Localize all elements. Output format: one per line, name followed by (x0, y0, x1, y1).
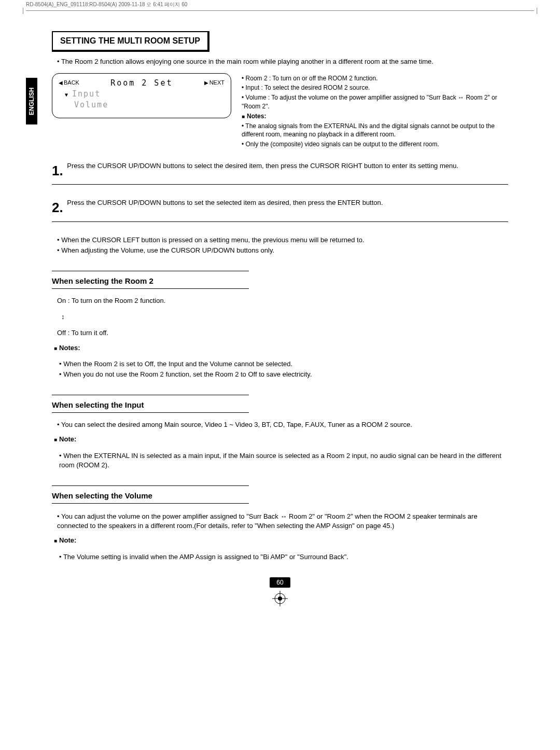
bullet-volume: • Volume : To adjust the volume on the p… (242, 93, 508, 111)
intro-text: • The Room 2 function allows enjoying on… (57, 57, 508, 66)
sub-divider-bottom (52, 412, 249, 413)
sub-divider-bottom (52, 288, 249, 289)
page-number: 60 (270, 577, 290, 588)
input-note-1: • When the EXTERNAL IN is selected as a … (59, 451, 508, 470)
updown-arrow-icon: ↕ (52, 312, 508, 322)
input-body: • You can select the desired among Main … (57, 420, 508, 429)
language-tab: ENGLISH (26, 78, 37, 124)
subheading-input: When selecting the Input (52, 399, 508, 410)
post-bullet-1: • When the CURSOR LEFT button is pressed… (57, 235, 508, 245)
divider (52, 184, 508, 185)
note-heading: Note: (54, 536, 508, 545)
sub-divider-bottom (52, 503, 249, 504)
step-2: 2. Press the CURSOR UP/DOWN buttons to s… (52, 198, 508, 217)
registration-mark-icon (272, 591, 288, 606)
step-number-2: 2. (52, 198, 63, 217)
step-text-2: Press the CURSOR UP/DOWN buttons to set … (67, 199, 383, 206)
display-title: Room 2 Set (110, 78, 173, 89)
note-heading: Note: (54, 435, 508, 444)
post-bullet-2: • When adjusting the Volume, use the CUR… (57, 246, 508, 255)
volume-body: • You can adjust the volume on the power… (57, 512, 508, 531)
note-2: • Only the (composite) video signals can… (242, 140, 508, 149)
display-line-volume: Volume (59, 100, 225, 110)
divider (52, 221, 508, 222)
sub-divider-top (52, 395, 249, 395)
lcd-display-panel: BACK Room 2 Set NEXT Input Volume (52, 73, 231, 118)
subheading-room2: When selecting the Room 2 (52, 275, 508, 286)
volume-note-1: • The Volume setting is invalid when the… (59, 552, 508, 562)
subheading-volume: When selecting the Volume (52, 490, 508, 501)
section-title: SETTING THE MULTI ROOM SETUP (52, 31, 209, 52)
room2-on: On : To turn on the Room 2 function. (57, 296, 508, 305)
step-number-1: 1. (52, 161, 63, 180)
sub-divider-top (52, 485, 249, 486)
step-text-1: Press the CURSOR UP/DOWN buttons to sele… (67, 162, 458, 170)
bullet-input: • Input : To select the desired ROOM 2 s… (242, 84, 508, 92)
crop-marks-top (26, 10, 534, 11)
room2-off: Off : To turn it off. (57, 328, 508, 338)
feature-description: • Room 2 : To turn on or off the ROOM 2 … (242, 73, 508, 150)
display-line-input: Input (59, 89, 225, 100)
note-1: • The analog signals from the EXTERNAL I… (242, 122, 508, 140)
bullet-room2: • Room 2 : To turn on or off the ROOM 2 … (242, 74, 508, 83)
step-1: 1. Press the CURSOR UP/DOWN buttons to s… (52, 161, 508, 180)
doc-header: RD-8504(A)_ENG_091118:RD-8504(A) 2009-11… (26, 1, 187, 8)
notes-heading: Notes: (242, 112, 508, 121)
sub-divider-top (52, 271, 249, 271)
room2-note-1: • When the Room 2 is set to Off, the Inp… (59, 359, 508, 369)
next-label: NEXT (204, 79, 225, 87)
back-label: BACK (59, 79, 79, 87)
room2-note-2: • When you do not use the Room 2 functio… (59, 370, 508, 379)
notes-heading: Notes: (54, 343, 508, 353)
